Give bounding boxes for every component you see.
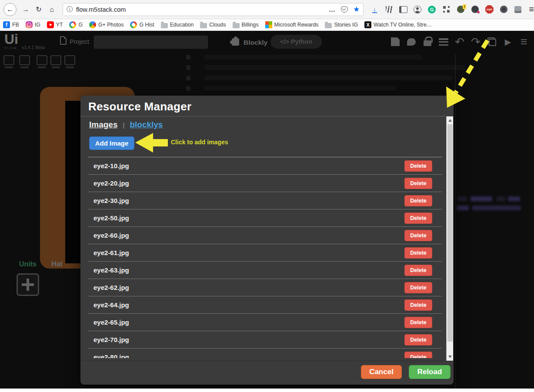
bookmark-favicon	[265, 21, 272, 28]
toolbar-extension-icon[interactable]	[484, 4, 494, 15]
back-button[interactable]: ←	[3, 3, 17, 16]
scroll-down-icon[interactable]	[448, 355, 452, 358]
bookmark-item[interactable]: Stories IG	[325, 22, 358, 28]
delete-button[interactable]: Delete	[404, 334, 432, 345]
bookmark-item[interactable]: YT	[47, 21, 63, 28]
toolbar-extension-icon[interactable]	[456, 4, 465, 15]
bookmark-favicon	[89, 21, 96, 28]
dialog-title: Resource Manager	[88, 100, 191, 113]
bookmark-item[interactable]: Microsoft Rewards	[265, 21, 319, 28]
forward-button[interactable]: →	[19, 3, 32, 16]
delete-button[interactable]: Delete	[404, 299, 432, 311]
reload-button[interactable]: ↻	[32, 3, 45, 16]
bookmark-favicon	[325, 23, 332, 28]
file-name: eye2-50.jpg	[93, 214, 129, 222]
delete-button[interactable]: Delete	[404, 265, 432, 276]
bookmark-label: G	[78, 22, 83, 28]
pocket-icon[interactable]	[341, 7, 348, 13]
reload-resources-button[interactable]: Reload	[409, 365, 451, 379]
file-name: eye2-70.jpg	[93, 336, 129, 343]
toolbar-extension-icon[interactable]	[499, 4, 508, 15]
bookmark-label: YT	[56, 22, 63, 28]
divider	[80, 361, 454, 361]
bookmark-label: Stories IG	[334, 22, 358, 28]
urlbar-actions: … ★	[329, 6, 360, 13]
toolbar-extension-icon[interactable]	[413, 4, 422, 15]
site-info-icon[interactable]: ⓘ	[67, 6, 73, 13]
delete-button[interactable]: Delete	[404, 230, 432, 241]
file-row: eye2-20.jpg Delete	[88, 175, 442, 192]
delete-button[interactable]: Delete	[404, 282, 432, 293]
bookmark-item[interactable]: G	[69, 21, 83, 28]
reload-icon: ↻	[36, 5, 41, 13]
toolbar-extension-icon[interactable]	[384, 4, 394, 15]
url-text: flow.m5stack.com	[76, 6, 126, 13]
hamburger-menu-icon[interactable]: ≡	[529, 4, 534, 14]
bookmarks-bar: FB IG YT G G+ Photos	[0, 19, 534, 31]
bookmark-favicon	[3, 21, 10, 28]
file-row: eye2-70.jpg Delete	[88, 331, 442, 349]
resource-tabs: Images | blocklys	[89, 120, 163, 130]
list-scrollbar[interactable]	[446, 116, 453, 361]
bookmark-favicon	[161, 23, 168, 28]
bookmark-favicon	[130, 21, 137, 28]
file-row: eye2-61.jpg Delete	[88, 244, 442, 262]
bookmark-label: Watch TV Online, Stre…	[374, 22, 432, 28]
bookmark-item[interactable]: FB	[3, 21, 19, 28]
file-name: eye2-64.jpg	[93, 301, 129, 309]
toolbar-extension-icon[interactable]	[470, 4, 480, 15]
bookmark-item[interactable]: IG	[26, 21, 40, 28]
file-name: eye2-65.jpg	[93, 319, 129, 326]
browser-toolbar: ← → ↻ ⌂ ⓘ flow.m5stack.com … ★ ≡	[0, 0, 534, 19]
back-icon: ←	[7, 6, 13, 13]
toolbar-extension-icon[interactable]	[441, 4, 451, 15]
delete-button[interactable]: Delete	[404, 352, 432, 359]
toolbar-extension-icon[interactable]	[398, 4, 408, 15]
delete-button[interactable]: Delete	[404, 247, 432, 259]
bookmark-item[interactable]: Education	[161, 22, 194, 28]
forward-icon: →	[22, 6, 29, 13]
url-bar[interactable]: ⓘ flow.m5stack.com … ★	[63, 3, 364, 16]
home-button[interactable]: ⌂	[45, 3, 58, 16]
tab-blocklys[interactable]: blocklys	[130, 120, 163, 130]
delete-button[interactable]: Delete	[404, 213, 432, 224]
delete-button[interactable]: Delete	[404, 178, 432, 189]
toolbar-extension-icon[interactable]	[370, 4, 379, 15]
toolbar-extension-icon[interactable]	[427, 4, 437, 15]
file-name: eye2-60.jpg	[93, 232, 129, 239]
scroll-up-icon[interactable]	[448, 119, 452, 122]
file-name: eye2-61.jpg	[93, 249, 129, 256]
file-row: eye2-60.jpg Delete	[88, 227, 442, 244]
file-name: eye2-20.jpg	[93, 179, 129, 187]
page-actions-icon[interactable]: …	[329, 6, 336, 13]
file-name: eye2-63.jpg	[93, 266, 129, 274]
bookmark-label: G+ Photos	[98, 22, 123, 28]
bookmark-favicon	[233, 23, 240, 28]
bookmark-star-icon[interactable]: ★	[353, 6, 360, 13]
delete-button[interactable]: Delete	[404, 160, 432, 172]
page-bottom-margin	[0, 389, 534, 392]
bookmark-item[interactable]: Clouds	[200, 22, 226, 28]
toolbar-extension-icon[interactable]	[513, 4, 523, 15]
add-image-button[interactable]: Add Image	[89, 136, 134, 150]
cancel-button[interactable]: Cancel	[361, 365, 402, 379]
bookmark-item[interactable]: Watch TV Online, Stre…	[364, 21, 432, 28]
bookmark-item[interactable]: Billings	[233, 22, 259, 28]
bookmark-item[interactable]: G+ Photos	[89, 21, 123, 28]
bookmark-item[interactable]: G Hist	[130, 21, 154, 28]
file-row: eye2-64.jpg Delete	[88, 296, 442, 314]
resource-file-list: eye2-10.jpg Delete eye2-20.jpg Delete ey…	[88, 157, 442, 358]
bookmark-favicon	[200, 23, 207, 28]
screen: ← → ↻ ⌂ ⓘ flow.m5stack.com … ★ ≡ FB	[0, 0, 534, 392]
divider	[80, 116, 454, 116]
bookmark-favicon	[47, 21, 54, 28]
tab-images[interactable]: Images	[89, 120, 117, 130]
home-icon: ⌂	[50, 6, 54, 13]
bookmark-label: Clouds	[209, 22, 226, 28]
bookmark-label: G Hist	[139, 22, 154, 28]
scrollbar-thumb[interactable]	[447, 124, 453, 342]
delete-button[interactable]: Delete	[404, 195, 432, 206]
toolbar-extensions	[370, 4, 523, 15]
delete-button[interactable]: Delete	[404, 317, 432, 328]
file-name: eye2-10.jpg	[93, 162, 129, 169]
